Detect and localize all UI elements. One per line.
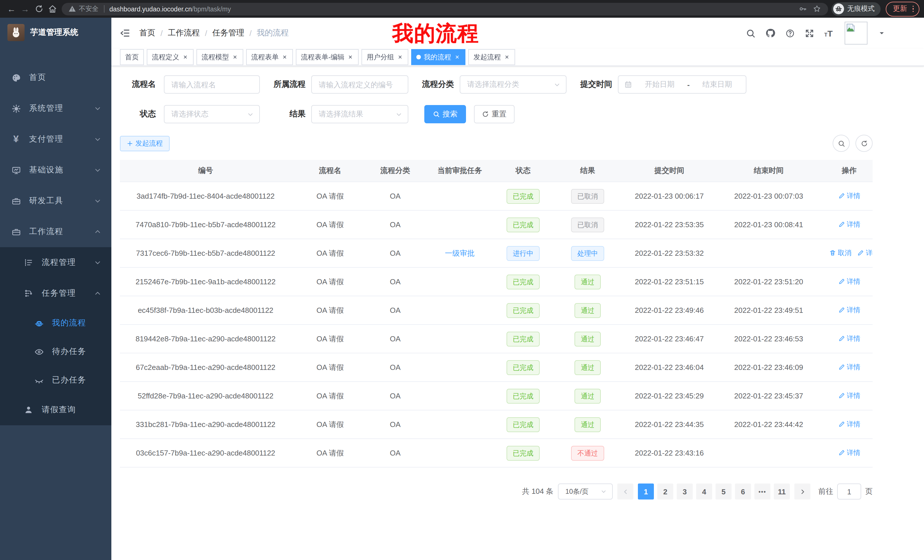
- detail-link[interactable]: 详情: [838, 191, 860, 201]
- tab-6[interactable]: 我的流程×: [411, 49, 465, 65]
- security-chip[interactable]: 不安全: [69, 4, 99, 13]
- cancel-link[interactable]: 取消: [829, 248, 852, 258]
- result-filter-select[interactable]: 请选择流结果: [311, 105, 408, 123]
- sidebar-item-todo-tasks[interactable]: 待办任务: [0, 337, 111, 366]
- detail-link[interactable]: 详情: [838, 362, 860, 372]
- tab-1[interactable]: 流程定义×: [147, 49, 194, 65]
- current-task-link[interactable]: 一级审批: [445, 249, 475, 257]
- sidebar-item-leave-query[interactable]: 请假查询: [0, 394, 111, 425]
- cell-process-name: OA 请假: [291, 439, 369, 467]
- tab-close-icon[interactable]: ×: [454, 53, 460, 61]
- detail-link[interactable]: 详情: [838, 419, 860, 429]
- page-button-4[interactable]: 4: [696, 484, 712, 500]
- update-button[interactable]: 更新: [885, 1, 920, 16]
- url-path: /bpm/task/my: [192, 5, 231, 12]
- tab-2[interactable]: 流程模型×: [196, 49, 243, 65]
- tab-3[interactable]: 流程表单×: [246, 49, 293, 65]
- sidebar-item-workflow[interactable]: 工作流程: [0, 216, 111, 247]
- definition-filter-input[interactable]: [311, 75, 408, 94]
- sidebar-item-done-tasks[interactable]: 已办任务: [0, 366, 111, 394]
- table-toolbar: 发起流程: [120, 135, 873, 152]
- key-icon[interactable]: [798, 4, 807, 13]
- tab-close-icon[interactable]: ×: [504, 53, 510, 61]
- result-badge: 通过: [574, 417, 601, 432]
- tab-close-icon[interactable]: ×: [282, 53, 288, 61]
- submit-time-range-picker[interactable]: 开始日期 - 结束日期: [618, 75, 746, 94]
- cell-submit-time: 2022-01-22 23:46:04: [627, 353, 711, 382]
- name-filter-input[interactable]: [164, 75, 260, 94]
- result-badge: 处理中: [571, 246, 604, 261]
- tab-close-icon[interactable]: ×: [182, 53, 189, 61]
- sidebar-item-system[interactable]: 系统管理: [0, 93, 111, 124]
- tab-4[interactable]: 流程表单-编辑×: [296, 49, 358, 65]
- star-icon[interactable]: [812, 4, 821, 13]
- sidebar-item-label: 任务管理: [42, 288, 94, 298]
- reset-button[interactable]: 重置: [474, 105, 514, 123]
- sidebar-item-my-process[interactable]: 我的流程: [0, 309, 111, 337]
- search-button[interactable]: 搜索: [424, 105, 466, 123]
- tab-7[interactable]: 发起流程×: [468, 49, 515, 65]
- chevron-down-icon: [247, 111, 254, 117]
- category-filter-select[interactable]: 请选择流程分类: [460, 75, 567, 94]
- table-row: 7317cec6-7b9b-11ec-b5b7-acde48001122OA 请…: [120, 239, 873, 267]
- edit-icon: [838, 193, 845, 199]
- detail-link[interactable]: 详情: [857, 248, 873, 258]
- page-button-5[interactable]: 5: [716, 484, 732, 500]
- next-page-button[interactable]: [794, 484, 810, 500]
- detail-link[interactable]: 详情: [838, 391, 860, 401]
- show-search-button[interactable]: [832, 135, 850, 152]
- collapse-sidebar-icon[interactable]: [120, 28, 130, 38]
- cell-current-task: [422, 182, 498, 210]
- refresh-table-button[interactable]: [855, 135, 873, 152]
- sidebar-item-payment[interactable]: ¥ 支付管理: [0, 124, 111, 155]
- avatar[interactable]: [844, 22, 867, 45]
- sidebar-item-label: 已办任务: [52, 375, 111, 385]
- page-button-6[interactable]: 6: [735, 484, 751, 500]
- url-bar[interactable]: 不安全 dashboard.yudao.iocoder.cn/bpm/task/…: [62, 3, 828, 15]
- page-button-2[interactable]: 2: [657, 484, 673, 500]
- forward-icon[interactable]: →: [18, 2, 32, 16]
- home-icon[interactable]: [46, 2, 59, 16]
- page-button-3[interactable]: 3: [677, 484, 693, 500]
- create-process-button[interactable]: 发起流程: [120, 136, 170, 151]
- github-icon[interactable]: [765, 28, 776, 38]
- font-size-icon[interactable]: TT: [824, 29, 832, 37]
- prev-page-button[interactable]: [617, 484, 633, 500]
- tab-close-icon[interactable]: ×: [347, 53, 354, 61]
- sidebar-item-devtools[interactable]: 研发工具: [0, 186, 111, 216]
- sidebar-item-task-mgmt[interactable]: 任务管理: [0, 278, 111, 309]
- goto-page-input[interactable]: [837, 484, 861, 500]
- detail-link[interactable]: 详情: [838, 448, 860, 458]
- detail-link[interactable]: 详情: [838, 334, 860, 344]
- tab-close-icon[interactable]: ×: [397, 53, 403, 61]
- detail-link[interactable]: 详情: [838, 220, 860, 229]
- sidebar-item-process-mgmt[interactable]: 流程管理: [0, 247, 111, 278]
- breadcrumb-item[interactable]: 工作流程: [168, 28, 200, 38]
- status-filter-select[interactable]: 请选择状态: [164, 105, 260, 123]
- breadcrumb-item[interactable]: 任务管理: [213, 28, 244, 38]
- sidebar-item-home[interactable]: 首页: [0, 62, 111, 93]
- detail-link[interactable]: 详情: [838, 305, 860, 315]
- workflow-submenu: 流程管理 任务管理 我的流程 待办任务: [0, 247, 111, 425]
- back-icon[interactable]: ←: [4, 2, 18, 16]
- breadcrumb-item[interactable]: 首页: [140, 28, 155, 38]
- page-ellipsis[interactable]: •••: [754, 484, 770, 500]
- page-button-1[interactable]: 1: [638, 484, 654, 500]
- fullscreen-icon[interactable]: [805, 28, 814, 38]
- detail-link[interactable]: 详情: [838, 277, 860, 287]
- app-logo[interactable]: 芋道管理系统: [0, 18, 111, 47]
- caret-down-icon[interactable]: [878, 30, 885, 36]
- tab-close-icon[interactable]: ×: [232, 53, 238, 61]
- chevron-down-icon: [396, 111, 402, 117]
- help-icon[interactable]: [786, 28, 795, 38]
- search-icon[interactable]: [746, 28, 756, 38]
- tab-5[interactable]: 用户分组×: [362, 49, 408, 65]
- reload-icon[interactable]: [32, 2, 46, 16]
- sidebar-item-infrastructure[interactable]: 基础设施: [0, 155, 111, 186]
- tab-0[interactable]: 首页: [120, 49, 144, 65]
- cell-process-name: OA 请假: [291, 382, 369, 410]
- page-size-select[interactable]: 10条/页: [558, 484, 613, 500]
- logo-image: [8, 24, 24, 41]
- browser-menu-icon[interactable]: [912, 6, 914, 12]
- page-button-11[interactable]: 11: [774, 484, 790, 500]
